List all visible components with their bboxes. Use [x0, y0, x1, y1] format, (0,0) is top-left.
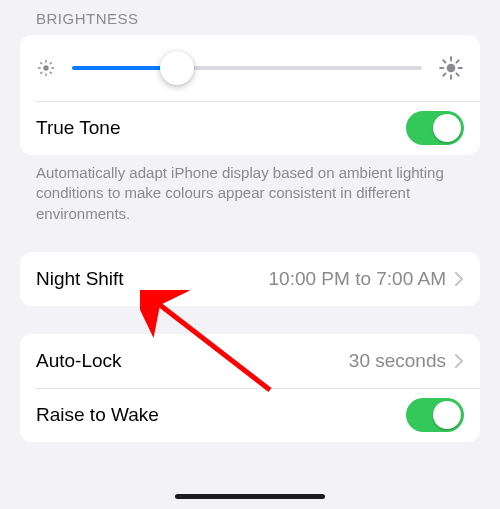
night-shift-value: 10:00 PM to 7:00 AM	[269, 268, 454, 290]
true-tone-label: True Tone	[36, 117, 121, 139]
true-tone-note: Automatically adapt iPhone display based…	[0, 155, 500, 224]
sun-low-icon	[36, 58, 56, 78]
section-header-brightness: BRIGHTNESS	[0, 0, 500, 35]
brightness-group: True Tone	[20, 35, 480, 155]
night-shift-group: Night Shift 10:00 PM to 7:00 AM	[20, 252, 480, 306]
svg-line-16	[443, 73, 445, 75]
night-shift-row[interactable]: Night Shift 10:00 PM to 7:00 AM	[20, 252, 480, 306]
night-shift-label: Night Shift	[36, 268, 124, 290]
svg-point-9	[447, 64, 456, 73]
svg-line-7	[41, 72, 42, 73]
raise-to-wake-row: Raise to Wake	[20, 388, 480, 442]
chevron-right-icon	[454, 271, 464, 287]
brightness-slider[interactable]	[72, 66, 422, 70]
auto-lock-row[interactable]: Auto-Lock 30 seconds	[20, 334, 480, 388]
auto-lock-value: 30 seconds	[349, 350, 454, 372]
switch-knob	[433, 401, 461, 429]
auto-lock-label: Auto-Lock	[36, 350, 122, 372]
svg-line-5	[41, 63, 42, 64]
svg-line-17	[456, 60, 458, 62]
raise-to-wake-label: Raise to Wake	[36, 404, 159, 426]
brightness-slider-thumb[interactable]	[160, 51, 194, 85]
true-tone-row: True Tone	[20, 101, 480, 155]
svg-point-0	[43, 65, 48, 70]
switch-knob	[433, 114, 461, 142]
svg-line-15	[456, 73, 458, 75]
svg-line-14	[443, 60, 445, 62]
svg-line-8	[50, 63, 51, 64]
auto-lock-group: Auto-Lock 30 seconds Raise to Wake	[20, 334, 480, 442]
true-tone-switch[interactable]	[406, 111, 464, 145]
svg-line-6	[50, 72, 51, 73]
chevron-right-icon	[454, 353, 464, 369]
raise-to-wake-switch[interactable]	[406, 398, 464, 432]
brightness-slider-row	[20, 35, 480, 101]
home-indicator[interactable]	[175, 494, 325, 499]
sun-high-icon	[438, 55, 464, 81]
